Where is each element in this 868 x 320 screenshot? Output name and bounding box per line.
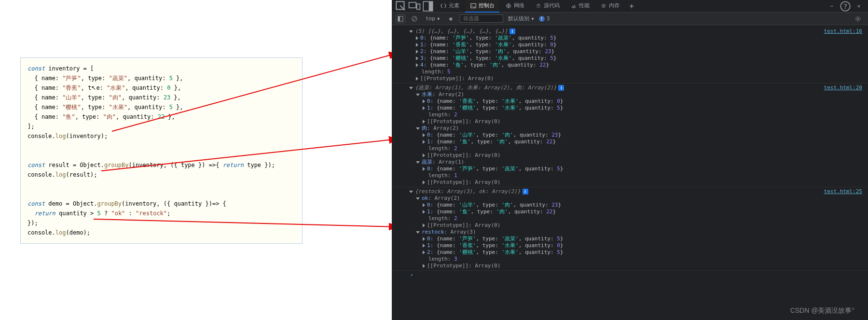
console-prompt[interactable]: ›: [392, 270, 868, 279]
more-icon[interactable]: ⋯: [826, 1, 838, 12]
tab-sources[interactable]: 源代码: [530, 0, 565, 13]
svg-point-12: [603, 5, 605, 6]
chevron-right-icon: ›: [401, 272, 413, 278]
watermark: CSDN @美酒没故事°: [790, 306, 854, 315]
device-icon[interactable]: [408, 1, 421, 12]
clear-icon[interactable]: [408, 14, 421, 24]
log-entry[interactable]: test.html:20 {蔬菜: Array(1), 水果: Array(2)…: [392, 83, 868, 187]
source-link[interactable]: test.html:20: [824, 84, 862, 91]
info-icon[interactable]: i: [510, 28, 515, 34]
log-entry[interactable]: test.html:16 (5) [{…}, {…}, {…}, {…}, {……: [392, 27, 868, 83]
devtools-tabs: 元素 控制台 网络 源代码 性能 内存 + ⋯ ? ✕: [392, 0, 868, 13]
svg-point-19: [857, 18, 859, 20]
devtools: 元素 控制台 网络 源代码 性能 内存 + ⋯ ? ✕ top▼ ◉ 默认级别▼…: [392, 0, 868, 320]
source-link[interactable]: test.html:25: [824, 188, 862, 195]
sidebar-toggle-icon[interactable]: [396, 14, 405, 23]
help-icon[interactable]: ?: [839, 1, 852, 12]
eye-icon[interactable]: ◉: [444, 14, 457, 24]
svg-rect-16: [398, 16, 400, 21]
dock-icon[interactable]: [422, 1, 434, 12]
tab-memory[interactable]: 内存: [595, 0, 624, 13]
tab-console[interactable]: 控制台: [465, 0, 499, 13]
cursor-icon: ↖: [91, 84, 96, 91]
issue-count[interactable]: !3: [539, 15, 550, 22]
tab-elements[interactable]: 元素: [435, 0, 464, 13]
chevron-down-icon[interactable]: [409, 30, 413, 33]
info-icon[interactable]: i: [558, 85, 564, 91]
svg-rect-6: [417, 4, 420, 9]
code-editor: const inventory = [ { name: "芦笋", type: …: [20, 57, 303, 244]
svg-rect-5: [409, 2, 416, 7]
log-levels[interactable]: 默认级别▼: [506, 15, 536, 22]
close-icon[interactable]: ✕: [853, 1, 865, 12]
console-output[interactable]: test.html:16 (5) [{…}, {…}, {…}, {…}, {……: [392, 25, 868, 320]
plus-icon[interactable]: +: [625, 1, 638, 12]
info-icon[interactable]: i: [523, 189, 528, 195]
kw-const: const: [28, 65, 45, 72]
svg-line-18: [413, 17, 416, 21]
settings-icon[interactable]: [852, 14, 864, 24]
log-entry[interactable]: test.html:25 {restock: Array(3), ok: Arr…: [392, 187, 868, 270]
tab-network[interactable]: 网络: [500, 0, 529, 13]
source-link[interactable]: test.html:16: [824, 28, 862, 34]
tab-performance[interactable]: 性能: [565, 0, 594, 13]
filter-input[interactable]: [460, 14, 503, 23]
chevron-right-icon[interactable]: [416, 36, 418, 40]
context-selector[interactable]: top▼: [424, 15, 441, 22]
svg-text:?: ?: [843, 1, 848, 10]
inspect-icon[interactable]: [395, 1, 407, 12]
svg-rect-8: [429, 1, 433, 11]
console-toolbar: top▼ ◉ 默认级别▼ !3: [392, 13, 868, 25]
